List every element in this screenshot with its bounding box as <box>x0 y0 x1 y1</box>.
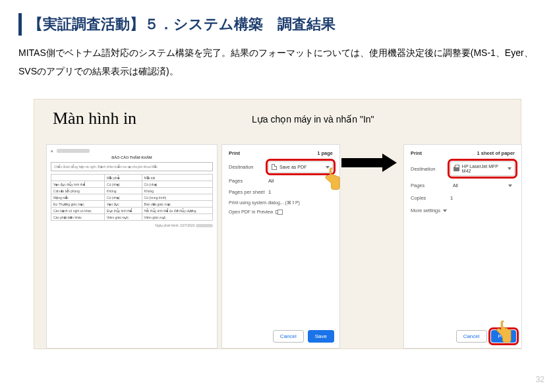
cancel-button[interactable]: Cancel <box>273 330 304 343</box>
chevron-down-icon <box>508 184 512 187</box>
table-row: Cơ xấu bởi phòngKhôngKhông <box>51 188 213 194</box>
table-row: Mộng mắtCó (nhẹ)Có (trung bình) <box>51 194 213 201</box>
arrow-right-icon <box>341 154 399 172</box>
pages-label: Pages <box>411 182 450 188</box>
sheet-count: 1 sheet of paper <box>477 150 515 156</box>
print-button[interactable]: Print <box>491 330 516 343</box>
more-settings-toggle[interactable]: More settings <box>411 208 447 213</box>
page-count: 1 page <box>317 150 333 156</box>
diagnosis-summary-box: Chẩn đoán tổng hợp và nghi. Bệnh nhân ki… <box>51 162 213 171</box>
copies-value: 1 <box>450 195 515 201</box>
title-accent <box>18 13 22 36</box>
table-row: Đo Thương giác mạcVẹn đụcBán dấu giác mạ… <box>51 201 213 208</box>
copies-label: Copies <box>411 195 450 201</box>
system-dialog-link[interactable]: Print using system dialog... (⌘⇧P) <box>229 200 333 206</box>
table-row: Các bệnh vô nghi có khácĐục thủy tinh th… <box>51 208 213 214</box>
chevron-down-icon <box>508 167 511 170</box>
pages-per-sheet-label: Pages per sheet <box>229 189 268 195</box>
redaction-bar <box>196 224 213 227</box>
external-link-icon <box>276 210 279 214</box>
destination-label: Destination <box>229 164 268 170</box>
slide-heading: Màn hình in <box>53 109 136 128</box>
slide-instruction: Lựa chọn máy in và nhấn "In" <box>252 114 374 125</box>
page-title: 【実証調査活動】５．システム構築 調査結果 <box>28 14 336 34</box>
cancel-button[interactable]: Cancel <box>456 330 487 343</box>
pages-value: All <box>268 178 333 184</box>
destination-select[interactable]: Save as PDF <box>268 161 333 173</box>
report-title: BÁO CÁO THĂM KHÁM <box>51 155 213 159</box>
report-table: Mắt phải Mắt trái Vẹn đục thủy tinh thểC… <box>51 174 213 221</box>
th <box>51 175 105 181</box>
report-date: Ngày phát hành: 22/7/2022 <box>51 223 213 227</box>
th: Mắt trái <box>142 175 212 181</box>
pages-per-sheet-value: 1 <box>268 189 333 195</box>
body-paragraph: MITAS側でベトナム語対応のシステム構築を完了。結果のフォーマットについては、… <box>18 43 537 80</box>
printer-icon <box>453 167 459 171</box>
destination-label: Destination <box>411 166 450 172</box>
chevron-down-icon <box>326 166 330 169</box>
embedded-slide: Màn hình in Lựa chọn máy in và nhấn "In"… <box>34 99 521 349</box>
pdf-icon <box>272 164 277 170</box>
page-title-bar: 【実証調査活動】５．システム構築 調査結果 <box>18 13 537 36</box>
save-button[interactable]: Save <box>308 330 334 343</box>
table-row: Vẹn đục thủy tinh thểCó (nhẹ)Có (nhẹ) <box>51 181 213 188</box>
document-preview: a. BÁO CÁO THĂM KHÁM Chẩn đoán tổng hợp … <box>46 144 218 349</box>
page-number: 32 <box>536 375 544 384</box>
destination-select[interactable]: HP LaserJet MFP M42 <box>450 161 515 176</box>
print-panel-right: Print 1 sheet of paper Destination HP La… <box>403 144 522 349</box>
print-panel-left: Print 1 page Destination Save as PDF Pag… <box>221 144 340 349</box>
patient-prefix: a. <box>51 149 54 153</box>
chevron-down-icon <box>443 210 447 212</box>
pages-select[interactable]: All <box>450 181 515 190</box>
table-header-row: Mắt phải Mắt trái <box>51 175 213 181</box>
print-title: Print <box>229 150 240 156</box>
table-row: Các phật kiến khácViêm giác mựcViêm giác… <box>51 214 213 221</box>
redaction-bar <box>57 149 90 153</box>
print-title: Print <box>411 150 422 156</box>
th: Mắt phải <box>105 175 142 181</box>
pages-label: Pages <box>229 178 268 184</box>
open-pdf-link[interactable]: Open PDF in Preview <box>229 210 333 214</box>
